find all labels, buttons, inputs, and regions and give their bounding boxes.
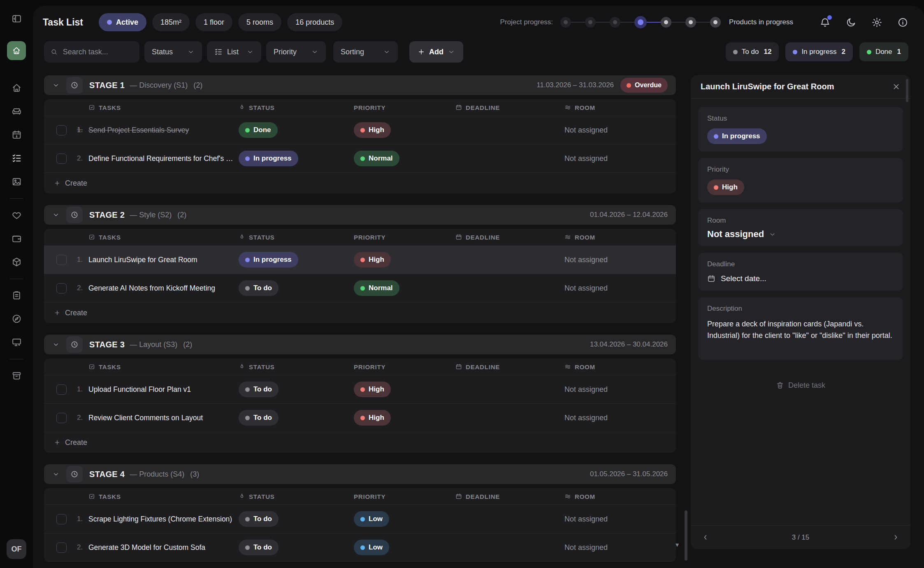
task-checkbox[interactable] xyxy=(56,154,67,164)
done-count-badge[interactable]: Done1 xyxy=(859,42,908,61)
task-checkbox[interactable] xyxy=(56,125,67,135)
progress-step[interactable] xyxy=(685,17,696,28)
search-box[interactable] xyxy=(44,41,139,63)
sidebar-item-devices[interactable] xyxy=(7,333,26,352)
stage-header[interactable]: STAGE 1 — Discovery (S1) (2) 11.03.2026 … xyxy=(44,75,676,95)
view-dropdown[interactable]: List xyxy=(207,41,261,63)
task-row[interactable]: 1. Send Project Essentials Survey Done H… xyxy=(44,116,676,144)
search-input[interactable] xyxy=(62,47,133,57)
sidebar-item-notes[interactable] xyxy=(7,286,26,305)
task-checkbox[interactable] xyxy=(56,384,67,395)
main-scrollbar-thumb[interactable] xyxy=(685,510,687,561)
settings-button[interactable] xyxy=(871,17,882,28)
status-pill: To do xyxy=(239,540,279,555)
deadline-label: Deadline xyxy=(707,260,894,268)
progress-step[interactable] xyxy=(661,17,671,28)
priority-pill[interactable]: High xyxy=(707,179,744,195)
stage-task-count: (2) xyxy=(183,340,192,349)
sidebar-item-calendar[interactable] xyxy=(7,125,26,144)
task-row[interactable]: 2. Generate AI Notes from Kickoff Meetin… xyxy=(44,274,676,303)
task-checkbox[interactable] xyxy=(56,255,67,265)
close-icon[interactable] xyxy=(892,82,901,91)
status-filter-dropdown[interactable]: Status xyxy=(144,41,202,63)
sidebar-item-favorites[interactable] xyxy=(7,205,26,224)
create-task-button[interactable]: Create xyxy=(44,303,676,323)
create-task-button[interactable]: Create xyxy=(44,173,676,193)
status-label: Status xyxy=(707,114,894,123)
filter-bar: Status List Priority Sorting Add To do12… xyxy=(33,41,924,63)
info-button[interactable] xyxy=(897,17,908,28)
task-checkbox[interactable] xyxy=(56,514,67,524)
dark-mode-button[interactable] xyxy=(845,17,857,28)
scroll-down-arrow[interactable]: ▾ xyxy=(676,541,679,549)
sidebar-item-task-list[interactable] xyxy=(7,149,26,168)
sidebar-item-furniture[interactable] xyxy=(7,102,26,121)
status-pill[interactable]: In progress xyxy=(707,128,767,144)
sidebar-item-home[interactable] xyxy=(7,78,26,97)
info-icon xyxy=(897,17,908,28)
priority-filter-dropdown[interactable]: Priority xyxy=(266,41,326,63)
progress-step[interactable] xyxy=(585,17,596,28)
sidebar-item-explore[interactable] xyxy=(7,309,26,328)
task-checkbox[interactable] xyxy=(56,283,67,293)
page-header: Task List Active 185m² 1 floor 5 rooms 1… xyxy=(33,6,924,39)
add-button[interactable]: Add xyxy=(409,41,463,63)
stage-task-count: (3) xyxy=(190,470,199,479)
task-row[interactable]: 2. Review Client Comments on Layout To d… xyxy=(44,404,676,432)
task-row[interactable]: 2. Generate 3D Model for Custom Sofa To … xyxy=(44,533,676,562)
stage-header[interactable]: STAGE 2 — Style (S2) (2) 01.04.2026 – 12… xyxy=(44,205,676,225)
in-progress-count-badge[interactable]: In progress2 xyxy=(785,42,853,61)
panel-scrollbar-thumb[interactable] xyxy=(906,79,908,102)
todo-dot xyxy=(733,50,738,54)
delete-task-button[interactable]: Delete task xyxy=(698,381,903,390)
sidebar-collapse-button[interactable] xyxy=(7,9,26,28)
task-row-selected[interactable]: 1. Launch LiruSwipe for Great Room In pr… xyxy=(44,246,676,274)
clock-icon xyxy=(66,466,83,482)
stage-table: TASKS STATUS PRIORITY DEADLINE ROOM 1. S… xyxy=(44,488,676,562)
stage-table: TASKS STATUS PRIORITY DEADLINE ROOM 1. L… xyxy=(44,229,676,323)
chevron-left-icon[interactable] xyxy=(701,533,709,541)
task-number: 2. xyxy=(70,154,88,163)
task-checkbox[interactable] xyxy=(56,542,67,553)
chevron-down-icon xyxy=(448,48,455,56)
home-icon xyxy=(12,46,21,55)
progress-step[interactable] xyxy=(560,17,571,28)
task-checkbox[interactable] xyxy=(56,413,67,423)
image-icon xyxy=(12,177,22,187)
deadline-date-picker[interactable]: Select date... xyxy=(707,274,894,283)
sorting-dropdown[interactable]: Sorting xyxy=(333,41,398,63)
notifications-button[interactable] xyxy=(820,17,831,28)
column-priority: PRIORITY xyxy=(354,234,455,241)
stage-header[interactable]: STAGE 3 — Layout (S3) (2) 13.04.2026 – 3… xyxy=(44,335,676,354)
chevron-right-icon[interactable] xyxy=(892,533,900,541)
sidebar-item-gallery[interactable] xyxy=(7,172,26,191)
column-tasks: TASKS xyxy=(88,493,239,500)
todo-count-badge[interactable]: To do12 xyxy=(726,42,779,61)
progress-step[interactable] xyxy=(634,16,647,28)
task-row[interactable]: 2. Define Functional Requirements for Ch… xyxy=(44,144,676,173)
calendar-icon xyxy=(455,234,462,240)
progress-step[interactable] xyxy=(610,17,620,28)
sidebar-divider xyxy=(9,279,23,279)
chevron-down-icon xyxy=(52,341,60,348)
task-title: Scrape Lighting Fixtures (Chrome Extensi… xyxy=(88,515,239,524)
column-status: STATUS xyxy=(239,234,354,241)
project-status-pill[interactable]: Active xyxy=(99,13,146,31)
stage-name: STAGE 4 xyxy=(89,470,125,479)
sidebar-item-project-home[interactable] xyxy=(7,41,26,60)
task-row[interactable]: 1. Upload Functional Floor Plan v1 To do… xyxy=(44,375,676,404)
room-dropdown[interactable]: Not assigned xyxy=(707,229,894,240)
layers-icon xyxy=(564,363,571,370)
task-row[interactable]: 1. Scrape Lighting Fixtures (Chrome Exte… xyxy=(44,505,676,533)
sidebar-item-wallet[interactable] xyxy=(7,229,26,248)
chevron-down-icon xyxy=(246,48,254,56)
task-title: Generate 3D Model for Custom Sofa xyxy=(88,543,239,552)
progress-step[interactable] xyxy=(710,17,721,28)
task-room: Not assigned xyxy=(564,385,676,394)
user-avatar[interactable]: OF xyxy=(7,539,26,559)
sidebar-item-products[interactable] xyxy=(7,252,26,271)
create-task-button[interactable]: Create xyxy=(44,432,676,453)
sidebar-item-archive[interactable] xyxy=(7,366,26,385)
stage-header[interactable]: STAGE 4 — Products (S4) (3) 01.05.2026 –… xyxy=(44,464,676,484)
plus-icon xyxy=(54,180,60,186)
